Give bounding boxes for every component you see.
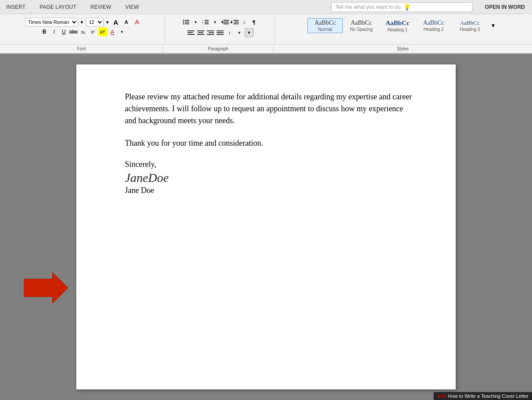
menu-bar: INSERT PAGE LAYOUT REVIEW VIEW Tell me w… bbox=[0, 0, 532, 14]
signature-cursive: JaneDoe bbox=[125, 171, 416, 185]
menu-view[interactable]: VIEW bbox=[123, 2, 142, 12]
size-dropdown-icon[interactable]: ▼ bbox=[105, 20, 110, 25]
svg-rect-26 bbox=[207, 30, 214, 31]
menu-insert[interactable]: INSERT bbox=[4, 2, 28, 12]
font-group: Times New Roman ▼ 12 ▼ A A A B I U abc x… bbox=[2, 16, 165, 44]
line-spacing-button[interactable]: ↕ bbox=[225, 28, 234, 37]
svg-rect-30 bbox=[217, 32, 224, 33]
style-heading1-preview: AaBbCc bbox=[386, 19, 409, 27]
search-text: Tell me what you want to do bbox=[335, 4, 401, 10]
svg-rect-3 bbox=[185, 22, 189, 23]
styles-group-label: Styles bbox=[273, 45, 532, 53]
justify-button[interactable] bbox=[216, 28, 225, 37]
arrow-container bbox=[24, 270, 68, 307]
bullets-dropdown[interactable]: ▼ bbox=[191, 18, 200, 26]
grow-font-button[interactable]: A bbox=[111, 18, 120, 26]
sincerely-text: Sincerely, bbox=[125, 160, 416, 169]
open-in-word-button[interactable]: OPEN IN WORD bbox=[481, 2, 528, 12]
line-spacing-dropdown[interactable]: ▼ bbox=[235, 28, 244, 37]
strikethrough-button[interactable]: abc bbox=[69, 27, 78, 36]
para-row1: ▼ 1. 2. 3. ▼ bbox=[182, 18, 259, 26]
menu-review[interactable]: REVIEW bbox=[88, 2, 114, 12]
svg-rect-18 bbox=[234, 22, 239, 23]
numbering-icon: 1. 2. 3. bbox=[202, 19, 209, 26]
svg-point-2 bbox=[183, 22, 184, 23]
style-heading1[interactable]: AaBbCc Heading 1 bbox=[380, 18, 415, 34]
numbering-dropdown[interactable]: ▼ bbox=[211, 18, 220, 26]
red-arrow-icon bbox=[24, 270, 68, 306]
svg-rect-7 bbox=[205, 20, 209, 21]
svg-marker-32 bbox=[24, 272, 68, 303]
paragraph-group-label: Paragraph bbox=[163, 45, 273, 53]
search-box[interactable]: Tell me what you want to do 💡 bbox=[331, 2, 472, 12]
style-heading2[interactable]: AaBbCc Heading 2 bbox=[416, 18, 451, 34]
align-left-icon bbox=[187, 29, 195, 36]
underline-button[interactable]: U bbox=[60, 27, 68, 36]
svg-rect-22 bbox=[187, 34, 195, 35]
svg-rect-24 bbox=[198, 32, 203, 33]
justify-icon bbox=[217, 29, 224, 36]
style-normal[interactable]: AaBbCc Normal bbox=[307, 18, 343, 34]
sort-button[interactable]: ↕ bbox=[240, 18, 249, 26]
closing-block: Sincerely, JaneDoe Jane Doe bbox=[125, 160, 416, 195]
style-scroll-button[interactable]: ▼ bbox=[488, 21, 498, 30]
style-normal-preview: AaBbCc bbox=[315, 19, 336, 27]
styles-group: AaBbCc Normal AaBbCc No Spacing AaBbCc H… bbox=[275, 16, 530, 44]
style-no-spacing-preview: AaBbCc bbox=[351, 19, 372, 27]
svg-rect-27 bbox=[209, 32, 214, 33]
svg-rect-14 bbox=[224, 22, 229, 23]
highlight-button[interactable]: aY bbox=[98, 27, 107, 36]
document-page[interactable]: Please review my attached resume for add… bbox=[76, 64, 456, 389]
style-heading3-preview: AaBbCc bbox=[460, 19, 480, 26]
svg-rect-17 bbox=[233, 20, 239, 21]
align-left-button[interactable] bbox=[187, 28, 195, 37]
font-color-button[interactable]: A bbox=[108, 27, 117, 36]
styles-scroll-icon: ▼ bbox=[491, 23, 496, 29]
svg-rect-9 bbox=[205, 22, 209, 23]
font-family-select[interactable]: Times New Roman bbox=[25, 18, 78, 26]
document-paragraph1: Please review my attached resume for add… bbox=[125, 91, 416, 127]
bold-button[interactable]: B bbox=[40, 27, 49, 36]
align-center-button[interactable] bbox=[196, 28, 205, 37]
svg-rect-13 bbox=[224, 20, 229, 21]
decrease-indent-button[interactable] bbox=[221, 18, 229, 26]
align-right-button[interactable] bbox=[206, 28, 215, 37]
font-dropdown-icon[interactable]: ▼ bbox=[80, 20, 84, 25]
font-size-select[interactable]: 12 bbox=[86, 18, 104, 26]
increase-indent-button[interactable] bbox=[230, 18, 239, 26]
bullets-button[interactable] bbox=[182, 18, 191, 26]
numbering-button[interactable]: 1. 2. 3. bbox=[201, 18, 210, 26]
style-heading1-label: Heading 1 bbox=[387, 27, 408, 32]
shrink-font-button[interactable]: A bbox=[122, 18, 131, 26]
align-right-icon bbox=[207, 29, 214, 36]
italic-button[interactable]: I bbox=[50, 27, 59, 36]
svg-rect-20 bbox=[187, 30, 195, 31]
style-normal-label: Normal bbox=[318, 27, 332, 32]
align-center-icon bbox=[197, 29, 204, 36]
svg-rect-19 bbox=[233, 23, 239, 24]
menu-page-layout[interactable]: PAGE LAYOUT bbox=[37, 2, 79, 12]
wiki-bold-label: wiki bbox=[437, 393, 446, 399]
shading-button[interactable]: ▼ bbox=[245, 28, 254, 37]
wikihow-bar: wiki How to Write a Teaching Cover Lette… bbox=[434, 392, 532, 400]
clear-format-button[interactable]: A bbox=[132, 18, 141, 26]
style-heading2-label: Heading 2 bbox=[423, 27, 444, 32]
svg-marker-16 bbox=[231, 20, 233, 24]
lightbulb-icon: 💡 bbox=[403, 4, 411, 11]
font-color-dropdown[interactable]: ▼ bbox=[118, 27, 127, 36]
para-row2: ↕ ▼ ▼ bbox=[187, 28, 254, 37]
font-row1: Times New Roman ▼ 12 ▼ A A A bbox=[25, 18, 142, 26]
style-heading3-label: Heading 3 bbox=[460, 27, 480, 32]
svg-rect-28 bbox=[207, 34, 214, 35]
svg-rect-23 bbox=[197, 30, 204, 31]
subscript-button[interactable]: x₂ bbox=[79, 27, 88, 36]
svg-rect-31 bbox=[217, 34, 224, 35]
svg-point-0 bbox=[183, 20, 184, 21]
superscript-button[interactable]: x² bbox=[89, 27, 97, 36]
style-no-spacing[interactable]: AaBbCc No Spacing bbox=[344, 18, 379, 34]
pilcrow-button[interactable]: ¶ bbox=[250, 18, 259, 26]
ribbon: Times New Roman ▼ 12 ▼ A A A B I U abc x… bbox=[0, 14, 532, 54]
style-no-spacing-label: No Spacing bbox=[350, 27, 373, 32]
style-heading3[interactable]: AaBbCc Heading 3 bbox=[452, 18, 487, 33]
svg-rect-25 bbox=[197, 34, 204, 35]
